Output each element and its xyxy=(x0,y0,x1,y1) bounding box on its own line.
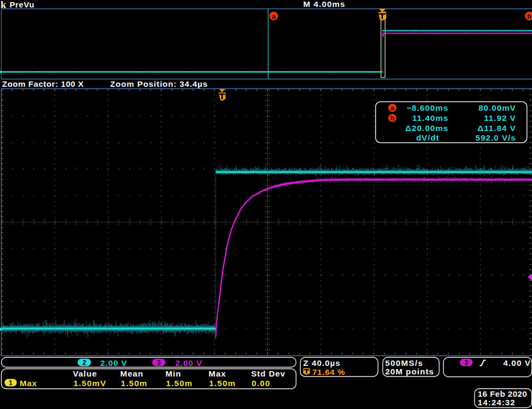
svg-text:71.64 %: 71.64 % xyxy=(312,367,345,377)
svg-text:80.00mV: 80.00mV xyxy=(478,103,516,112)
svg-text:a: a xyxy=(272,12,276,20)
svg-text:M 4.00ms: M 4.00ms xyxy=(303,0,345,9)
svg-text:2.00 V: 2.00 V xyxy=(176,358,203,367)
svg-text:592.0 V/s: 592.0 V/s xyxy=(476,133,516,142)
svg-text:3: 3 xyxy=(464,359,468,366)
svg-text:1: 1 xyxy=(9,379,13,387)
svg-text:20M points: 20M points xyxy=(385,367,434,376)
svg-text:1.50m: 1.50m xyxy=(166,379,193,388)
svg-text:dV/dt: dV/dt xyxy=(416,133,439,142)
svg-text:Δ11.84 V: Δ11.84 V xyxy=(477,124,516,133)
svg-text:Z 40.0µs: Z 40.0µs xyxy=(303,358,340,367)
svg-text:11.92 V: 11.92 V xyxy=(484,113,516,122)
svg-text:1.50m: 1.50m xyxy=(209,379,236,388)
svg-text:b: b xyxy=(390,114,395,122)
svg-text:1.50mV: 1.50mV xyxy=(73,379,106,388)
svg-text:0.00: 0.00 xyxy=(252,379,270,388)
svg-text:k: k xyxy=(1,0,6,10)
svg-text:2.00 V: 2.00 V xyxy=(101,358,128,367)
svg-text:500MS/s: 500MS/s xyxy=(385,358,423,367)
svg-text:1.50m: 1.50m xyxy=(121,379,147,388)
svg-text:Mean: Mean xyxy=(120,369,144,378)
svg-text:a: a xyxy=(390,104,395,112)
svg-text:b: b xyxy=(527,12,531,20)
svg-text:11.40ms: 11.40ms xyxy=(412,113,448,122)
svg-text:Zoom Position: 34.4µs: Zoom Position: 34.4µs xyxy=(110,79,208,88)
svg-text:Std Dev: Std Dev xyxy=(251,369,286,378)
svg-text:4.00 V: 4.00 V xyxy=(503,358,531,367)
svg-text:2: 2 xyxy=(82,359,86,366)
svg-text:Δ20.00ms: Δ20.00ms xyxy=(405,124,448,133)
svg-text:Min: Min xyxy=(165,369,181,378)
svg-text:Max: Max xyxy=(20,379,37,388)
svg-text:Zoom Factor: 100 X: Zoom Factor: 100 X xyxy=(2,79,84,88)
svg-text:3: 3 xyxy=(157,359,161,366)
svg-text:14:24:32: 14:24:32 xyxy=(478,398,516,407)
svg-text:Max: Max xyxy=(209,369,226,378)
svg-text:Value: Value xyxy=(73,369,97,378)
svg-text:16 Feb 2020: 16 Feb 2020 xyxy=(478,389,527,398)
svg-text:−8.600ms: −8.600ms xyxy=(406,103,448,112)
svg-text:PreVu: PreVu xyxy=(10,0,35,9)
